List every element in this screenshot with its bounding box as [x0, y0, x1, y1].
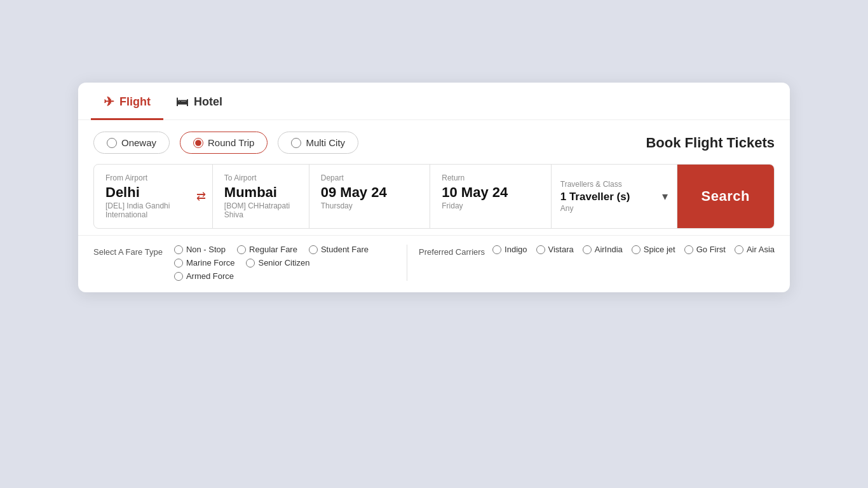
- from-label: From Airport: [105, 173, 179, 182]
- carrier-spicejet-label: Spice jet: [644, 245, 675, 254]
- depart-day: Thursday: [321, 201, 419, 210]
- flight-icon: ✈: [104, 94, 114, 109]
- carrier-airasia[interactable]: Air Asia: [735, 245, 775, 254]
- carrier-options: Indigo Vistara AirIndia Spice jet Go Fir…: [492, 245, 775, 254]
- carrier-airindia-label: AirIndia: [595, 245, 623, 254]
- main-card: ✈ Flight 🛏 Hotel Oneway Round Trip Multi…: [78, 83, 790, 292]
- trip-oneway[interactable]: Oneway: [93, 132, 170, 154]
- trip-roundtrip[interactable]: Round Trip: [180, 132, 268, 154]
- tab-flight-label: Flight: [119, 95, 151, 109]
- trip-multicity-radio[interactable]: [291, 138, 301, 148]
- carrier-gofirst[interactable]: Go First: [684, 245, 726, 254]
- book-title: Book Flight Tickets: [646, 135, 775, 151]
- travellers-sub: Any: [560, 204, 658, 213]
- fare-armed-label: Armed Force: [186, 271, 234, 281]
- carrier-airindia[interactable]: AirIndia: [583, 245, 623, 254]
- fare-senior[interactable]: Senior Citizen: [246, 258, 309, 268]
- swap-button[interactable]: ⇄: [190, 165, 213, 228]
- fare-options: Non - Stop Regular Fare Student Fare Mar…: [174, 245, 395, 281]
- trip-multicity-label: Multi City: [306, 137, 345, 148]
- trip-type-row: Oneway Round Trip Multi City Book Flight…: [78, 120, 790, 160]
- trip-multicity[interactable]: Multi City: [278, 132, 358, 154]
- from-code: [DEL] India Gandhi International: [105, 201, 179, 219]
- search-bar: From Airport Delhi [DEL] India Gandhi In…: [93, 164, 775, 229]
- travellers-value: 1 Traveller (s): [560, 191, 658, 203]
- fare-student-label: Student Fare: [321, 245, 369, 254]
- to-city: Mumbai: [224, 185, 297, 200]
- fare-senior-label: Senior Citizen: [258, 258, 309, 268]
- fare-nonstop-label: Non - Stop: [186, 245, 226, 254]
- tab-hotel-label: Hotel: [194, 95, 222, 109]
- to-label: To Airport: [224, 173, 297, 182]
- fare-regular-label: Regular Fare: [249, 245, 297, 254]
- trip-oneway-label: Oneway: [121, 137, 156, 148]
- return-label: Return: [442, 173, 539, 182]
- return-date: 10 May 24: [442, 185, 539, 200]
- to-field[interactable]: To Airport Mumbai [BOM] CHHatrapati Shiv…: [213, 165, 309, 228]
- depart-label: Depart: [321, 173, 419, 182]
- fare-armed-radio[interactable]: [174, 272, 183, 281]
- options-row: Select A Fare Type Non - Stop Regular Fa…: [78, 235, 790, 292]
- trip-roundtrip-radio[interactable]: [193, 138, 203, 148]
- carrier-indigo-radio[interactable]: [492, 245, 501, 254]
- fare-student-radio[interactable]: [309, 245, 318, 254]
- fare-student[interactable]: Student Fare: [309, 245, 369, 254]
- to-code: [BOM] CHHatrapati Shiva: [224, 201, 297, 219]
- carrier-indigo[interactable]: Indigo: [492, 245, 527, 254]
- carrier-indigo-label: Indigo: [505, 245, 527, 254]
- carrier-label: Preferred Carriers: [419, 245, 485, 259]
- carrier-gofirst-radio[interactable]: [684, 245, 693, 254]
- carrier-airasia-label: Air Asia: [747, 245, 775, 254]
- fare-nonstop-radio[interactable]: [174, 245, 183, 254]
- fare-section: Select A Fare Type Non - Stop Regular Fa…: [93, 245, 395, 281]
- fare-regular[interactable]: Regular Fare: [237, 245, 297, 254]
- fare-section-label: Select A Fare Type: [93, 245, 163, 259]
- from-field[interactable]: From Airport Delhi [DEL] India Gandhi In…: [94, 165, 190, 228]
- search-button[interactable]: Search: [677, 165, 774, 228]
- from-city: Delhi: [105, 185, 179, 200]
- carrier-section: Preferred Carriers Indigo Vistara AirInd…: [419, 245, 775, 259]
- from-to-group: From Airport Delhi [DEL] India Gandhi In…: [94, 165, 309, 228]
- depart-field[interactable]: Depart 09 May 24 Thursday: [309, 165, 431, 228]
- carrier-spicejet[interactable]: Spice jet: [632, 245, 675, 254]
- carrier-spicejet-radio[interactable]: [632, 245, 641, 254]
- tab-bar: ✈ Flight 🛏 Hotel: [78, 83, 790, 120]
- fare-senior-radio[interactable]: [246, 259, 255, 268]
- carrier-vistara-label: Vistara: [548, 245, 574, 254]
- travellers-label: Travellers & Class: [560, 180, 658, 189]
- fare-nonstop[interactable]: Non - Stop: [174, 245, 226, 254]
- fare-armed[interactable]: Armed Force: [174, 271, 395, 281]
- trip-roundtrip-label: Round Trip: [208, 137, 254, 148]
- carrier-airasia-radio[interactable]: [735, 245, 743, 254]
- travellers-inner: Travellers & Class 1 Traveller (s) Any: [560, 180, 658, 214]
- fare-marine[interactable]: Marine Force: [174, 258, 235, 268]
- tab-flight[interactable]: ✈ Flight: [91, 83, 163, 120]
- travellers-field[interactable]: Travellers & Class 1 Traveller (s) Any ▾: [552, 165, 677, 228]
- carrier-vistara[interactable]: Vistara: [536, 245, 574, 254]
- tab-hotel[interactable]: 🛏 Hotel: [163, 83, 235, 120]
- fare-marine-label: Marine Force: [186, 258, 235, 268]
- carrier-vistara-radio[interactable]: [536, 245, 545, 254]
- hotel-icon: 🛏: [176, 95, 189, 109]
- chevron-down-icon: ▾: [662, 189, 668, 203]
- trip-oneway-radio[interactable]: [107, 138, 117, 148]
- fare-regular-radio[interactable]: [237, 245, 246, 254]
- return-day: Friday: [442, 201, 539, 210]
- carrier-gofirst-label: Go First: [696, 245, 726, 254]
- depart-date: 09 May 24: [321, 185, 419, 200]
- divider: [407, 245, 407, 281]
- carrier-airindia-radio[interactable]: [583, 245, 592, 254]
- return-field[interactable]: Return 10 May 24 Friday: [430, 165, 552, 228]
- fare-marine-radio[interactable]: [174, 259, 183, 268]
